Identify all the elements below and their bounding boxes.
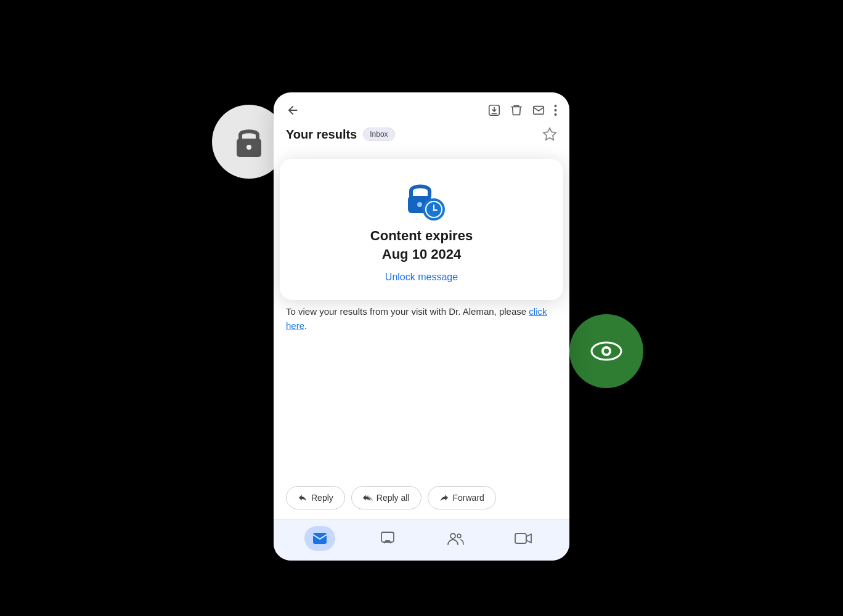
expiry-lock-clock-icon (403, 179, 446, 222)
more-icon[interactable] (554, 103, 557, 117)
bottom-nav (274, 519, 569, 561)
mark-unread-icon[interactable] (532, 103, 545, 117)
reply-all-button[interactable]: Reply all (351, 486, 422, 509)
expiry-card: Content expires Aug 10 2024 Unlock messa… (280, 159, 563, 300)
reply-all-icon (363, 493, 373, 503)
delete-icon[interactable] (510, 103, 523, 117)
email-card: Your results Inbox (274, 92, 569, 561)
action-buttons-row: Reply Reply all Forward (274, 477, 569, 519)
email-header (274, 92, 569, 123)
svg-rect-19 (515, 533, 526, 543)
mail-nav-icon (312, 532, 327, 545)
email-text: To view your results from your visit wit… (286, 305, 557, 333)
unlock-message-link[interactable]: Unlock message (385, 272, 458, 283)
email-subject: Your results (286, 128, 357, 142)
forward-button[interactable]: Forward (428, 486, 496, 509)
email-body: Hi Kim, To view your results from your v… (274, 280, 569, 477)
reply-button[interactable]: Reply (286, 486, 345, 509)
inbox-badge: Inbox (363, 128, 394, 141)
reply-icon (298, 493, 307, 503)
svg-point-14 (433, 209, 435, 211)
star-button[interactable] (542, 127, 557, 142)
people-nav-icon (447, 531, 464, 546)
svg-rect-15 (313, 533, 327, 544)
forward-icon (439, 493, 449, 503)
svg-point-11 (417, 202, 422, 207)
chat-nav-icon (380, 531, 395, 546)
svg-point-1 (246, 145, 251, 150)
header-actions (487, 103, 557, 117)
expiry-title: Content expires Aug 10 2024 (370, 227, 473, 263)
video-nav-icon (515, 532, 532, 545)
svg-point-4 (604, 349, 609, 354)
back-button[interactable] (286, 103, 299, 117)
expiry-icon-wrapper (403, 179, 440, 216)
svg-point-18 (457, 534, 461, 538)
download-icon[interactable] (487, 103, 501, 117)
lock-icon (234, 125, 264, 158)
svg-point-7 (555, 105, 557, 107)
nav-mail[interactable] (304, 526, 335, 551)
eye-decoration-circle (569, 314, 643, 388)
svg-point-17 (450, 533, 455, 538)
svg-point-8 (555, 109, 557, 111)
nav-people[interactable] (440, 526, 471, 551)
eye-icon (590, 340, 622, 362)
svg-point-9 (555, 113, 557, 116)
scene: Your results Inbox (249, 55, 594, 561)
nav-chat[interactable] (372, 526, 403, 551)
nav-video[interactable] (508, 526, 539, 551)
email-subject-row: Your results Inbox (274, 123, 569, 150)
